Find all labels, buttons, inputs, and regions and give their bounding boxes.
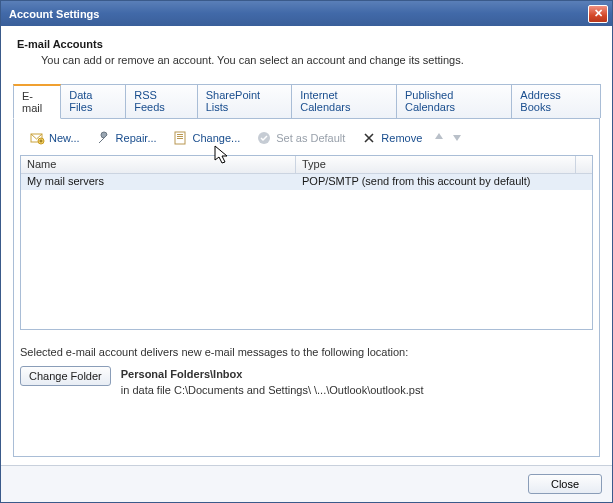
move-up-button — [431, 130, 447, 146]
close-icon: ✕ — [594, 7, 603, 20]
remove-label: Remove — [381, 132, 422, 144]
arrow-up-icon — [433, 131, 445, 145]
change-folder-button[interactable]: Change Folder — [20, 366, 111, 386]
arrow-down-icon — [451, 131, 463, 145]
tab-published-calendars[interactable]: Published Calendars — [396, 84, 512, 118]
account-name: My mail servers — [21, 174, 296, 190]
tab-address-books[interactable]: Address Books — [511, 84, 601, 118]
remove-button[interactable]: Remove — [354, 127, 429, 149]
move-down-button — [449, 130, 465, 146]
header-title: E-mail Accounts — [17, 38, 596, 50]
tab-email[interactable]: E-mail — [13, 84, 61, 119]
check-circle-icon — [256, 130, 272, 146]
svg-rect-3 — [177, 134, 183, 135]
toolbar: New... Repair... Change... — [20, 125, 593, 155]
column-name[interactable]: Name — [21, 156, 296, 173]
tab-internet-calendars[interactable]: Internet Calendars — [291, 84, 397, 118]
delivery-section: Selected e-mail account delivers new e-m… — [20, 346, 593, 396]
tab-bar: E-mail Data Files RSS Feeds SharePoint L… — [13, 84, 600, 119]
list-header: Name Type — [21, 156, 592, 174]
account-settings-window: Account Settings ✕ E-mail Accounts You c… — [0, 0, 613, 503]
delivery-datafile: in data file C:\Documents and Settings\ … — [121, 384, 424, 396]
window-close-button[interactable]: ✕ — [588, 5, 608, 23]
titlebar: Account Settings ✕ — [1, 1, 612, 26]
new-mail-icon — [29, 130, 45, 146]
tab-panel-email: New... Repair... Change... — [13, 119, 600, 457]
set-default-button: Set as Default — [249, 127, 352, 149]
dialog-footer: Close — [1, 465, 612, 502]
header-section: E-mail Accounts You can add or remove an… — [13, 36, 600, 66]
tab-rss-feeds[interactable]: RSS Feeds — [125, 84, 198, 118]
account-row[interactable]: My mail servers POP/SMTP (send from this… — [21, 174, 592, 190]
tab-sharepoint-lists[interactable]: SharePoint Lists — [197, 84, 293, 118]
account-type: POP/SMTP (send from this account by defa… — [296, 174, 592, 190]
list-body: My mail servers POP/SMTP (send from this… — [21, 174, 592, 329]
change-button[interactable]: Change... — [166, 127, 248, 149]
delivery-location: Personal Folders\Inbox — [121, 368, 424, 380]
wrench-icon — [96, 130, 112, 146]
svg-rect-5 — [177, 138, 183, 139]
repair-button[interactable]: Repair... — [89, 127, 164, 149]
column-type[interactable]: Type — [296, 156, 576, 173]
delivery-intro: Selected e-mail account delivers new e-m… — [20, 346, 593, 358]
delivery-row: Change Folder Personal Folders\Inbox in … — [20, 366, 593, 396]
window-title: Account Settings — [9, 8, 99, 20]
new-button[interactable]: New... — [22, 127, 87, 149]
column-scroll-spacer — [576, 156, 592, 173]
dialog-body: E-mail Accounts You can add or remove an… — [1, 26, 612, 465]
tab-data-files[interactable]: Data Files — [60, 84, 126, 118]
repair-label: Repair... — [116, 132, 157, 144]
change-label: Change... — [193, 132, 241, 144]
svg-rect-4 — [177, 136, 183, 137]
new-label: New... — [49, 132, 80, 144]
close-button[interactable]: Close — [528, 474, 602, 494]
delivery-info: Personal Folders\Inbox in data file C:\D… — [121, 366, 424, 396]
accounts-list: Name Type My mail servers POP/SMTP (send… — [20, 155, 593, 330]
properties-icon — [173, 130, 189, 146]
set-default-label: Set as Default — [276, 132, 345, 144]
remove-icon — [361, 130, 377, 146]
header-description: You can add or remove an account. You ca… — [17, 54, 596, 66]
